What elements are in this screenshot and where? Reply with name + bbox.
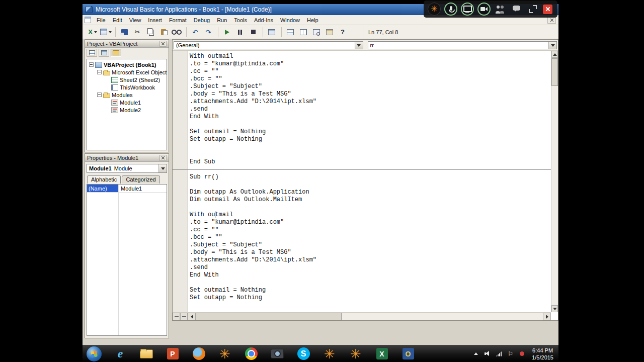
project-panel-close-button[interactable] xyxy=(159,41,167,47)
menu-item[interactable]: Add-Ins xyxy=(251,16,277,24)
horizontal-scroll-track[interactable] xyxy=(196,313,543,320)
fullscreen-icon[interactable] xyxy=(526,3,539,16)
menu-item[interactable]: View xyxy=(126,16,145,24)
design-mode-icon[interactable] xyxy=(263,27,278,37)
project-tree[interactable]: VBAProject (Book1) Microsoft Excel Objec… xyxy=(87,59,167,150)
undo-icon[interactable] xyxy=(186,27,201,37)
vertical-scroll-thumb[interactable] xyxy=(551,58,558,86)
scroll-right-button[interactable] xyxy=(543,313,551,320)
chrome-icon[interactable] xyxy=(244,346,259,361)
powerpoint-icon[interactable] xyxy=(165,346,180,361)
property-row[interactable]: (Name) Module1 xyxy=(87,185,167,193)
skype-icon[interactable] xyxy=(296,346,311,361)
toolbox-icon[interactable] xyxy=(324,27,336,37)
recorder-app-icon[interactable] xyxy=(428,3,441,16)
tree-item[interactable]: Modules xyxy=(87,91,167,99)
expander-icon[interactable] xyxy=(97,93,102,97)
scroll-up-button[interactable] xyxy=(551,51,558,58)
object-dropdown[interactable]: (General) xyxy=(174,41,363,49)
dropdown-arrow-icon[interactable] xyxy=(548,42,556,49)
scroll-down-button[interactable] xyxy=(551,305,558,312)
firefox-icon[interactable] xyxy=(191,346,206,361)
dropdown-arrow-icon[interactable] xyxy=(355,42,363,49)
copy-icon[interactable] xyxy=(144,27,156,37)
start-button[interactable] xyxy=(87,346,102,361)
scroll-left-button[interactable] xyxy=(188,313,196,320)
redo-icon[interactable] xyxy=(202,27,214,37)
dropdown-arrow-icon[interactable] xyxy=(158,164,167,172)
code-line xyxy=(190,279,551,287)
view-object-button[interactable] xyxy=(99,49,109,57)
tree-item[interactable]: Module1 xyxy=(87,99,167,106)
menu-item[interactable]: Tools xyxy=(230,16,251,24)
find-icon[interactable] xyxy=(171,27,183,37)
flower-app-icon[interactable] xyxy=(348,346,363,361)
flower-app-icon[interactable] xyxy=(322,346,337,361)
paste-icon[interactable] xyxy=(157,27,170,37)
properties-object-dropdown[interactable]: Module1 Module xyxy=(87,164,167,173)
view-microsoft-excel-icon[interactable] xyxy=(87,27,99,37)
properties-tab[interactable]: Alphabetic xyxy=(87,175,121,184)
menu-item[interactable]: Format xyxy=(166,16,190,24)
view-code-button[interactable] xyxy=(87,49,97,57)
menu-item[interactable]: Window xyxy=(277,16,303,24)
reset-icon[interactable] xyxy=(247,27,259,37)
vertical-scrollbar[interactable] xyxy=(551,51,558,312)
object-browser-icon[interactable] xyxy=(310,27,323,37)
properties-panel-close-button[interactable] xyxy=(159,155,167,161)
camera-app-icon[interactable] xyxy=(270,346,285,361)
properties-tab[interactable]: Categorized xyxy=(122,175,159,184)
network-icon[interactable] xyxy=(495,350,503,357)
outlook-icon[interactable] xyxy=(400,346,416,361)
procedure-dropdown[interactable]: rr xyxy=(368,41,557,49)
clock[interactable]: 6:44 PM 1/5/2015 xyxy=(532,347,553,361)
property-value-cell[interactable]: Module1 xyxy=(118,185,167,192)
volume-icon[interactable] xyxy=(484,350,491,357)
menu-item[interactable]: Run xyxy=(213,16,230,24)
tree-item[interactable]: Module2 xyxy=(87,106,167,114)
margin-indicator-bar[interactable] xyxy=(173,51,188,312)
webcam-icon[interactable] xyxy=(477,3,491,16)
chat-icon[interactable] xyxy=(510,3,523,16)
menu-item[interactable]: Help xyxy=(303,16,322,24)
procedure-view-button[interactable] xyxy=(173,313,180,320)
project-panel-header[interactable]: Project - VBAProject xyxy=(85,40,169,48)
properties-panel-header[interactable]: Properties - Module1 xyxy=(85,154,169,162)
properties-window-icon[interactable] xyxy=(297,27,309,37)
microphone-icon[interactable] xyxy=(444,3,457,16)
internet-explorer-icon[interactable] xyxy=(113,346,128,361)
property-name-cell[interactable]: (Name) xyxy=(87,185,118,192)
help-icon[interactable] xyxy=(337,27,349,37)
menu-item[interactable]: Debug xyxy=(190,16,213,24)
tray-expand-icon[interactable] xyxy=(472,350,479,357)
notification-icon[interactable] xyxy=(518,350,526,357)
code-editor[interactable]: With outmail.to = "kumar@iptindia.com".c… xyxy=(173,51,551,312)
tree-item[interactable]: VBAProject (Book1) xyxy=(87,61,167,68)
overlay-close-icon[interactable] xyxy=(543,5,552,14)
run-icon[interactable] xyxy=(218,27,233,37)
break-icon[interactable] xyxy=(234,27,246,37)
horizontal-scroll-thumb[interactable] xyxy=(196,313,342,320)
expander-icon[interactable] xyxy=(89,62,94,67)
menu-item[interactable]: Edit xyxy=(109,16,126,24)
horizontal-scrollbar[interactable] xyxy=(173,312,551,320)
windows-explorer-icon[interactable] xyxy=(139,346,154,361)
save-icon[interactable] xyxy=(115,27,130,37)
toggle-folders-button[interactable] xyxy=(111,49,121,57)
insert-userform-icon[interactable] xyxy=(100,27,112,37)
screen-share-icon[interactable] xyxy=(461,3,474,16)
action-center-icon[interactable] xyxy=(507,350,514,357)
code-window-system-icon[interactable] xyxy=(85,17,91,23)
tree-item[interactable]: Microsoft Excel Objects xyxy=(87,68,167,76)
cut-icon[interactable] xyxy=(131,27,143,37)
excel-icon[interactable] xyxy=(374,346,389,361)
participants-icon[interactable] xyxy=(494,3,506,16)
menu-item[interactable]: File xyxy=(93,16,109,24)
flower-app-icon[interactable] xyxy=(217,346,232,361)
tree-item[interactable]: ThisWorkbook xyxy=(87,83,167,91)
tree-item[interactable]: Sheet2 (Sheet2) xyxy=(87,76,167,83)
full-module-view-button[interactable] xyxy=(180,313,188,320)
expander-icon[interactable] xyxy=(97,70,102,74)
project-explorer-icon[interactable] xyxy=(281,27,296,37)
menu-item[interactable]: Insert xyxy=(144,16,166,24)
